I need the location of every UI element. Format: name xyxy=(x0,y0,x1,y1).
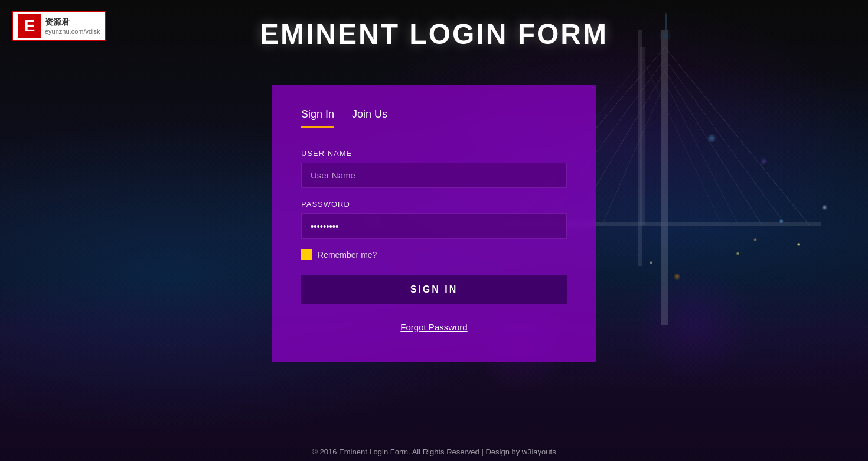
signin-button[interactable]: SIGN IN xyxy=(301,275,567,304)
tab-signin[interactable]: Sign In xyxy=(301,108,334,128)
page-title: EMINENT LOGIN FORM xyxy=(260,18,608,50)
tab-bar: Sign In Join Us xyxy=(301,108,567,128)
tab-joinus[interactable]: Join Us xyxy=(352,108,387,128)
logo-letter: E xyxy=(18,14,41,38)
logo-url: eyunzhu.com/vdisk xyxy=(45,28,100,35)
username-input[interactable] xyxy=(301,163,567,188)
login-card: Sign In Join Us USER NAME PASSWORD Remem… xyxy=(272,85,596,362)
remember-checkbox[interactable] xyxy=(301,249,312,260)
logo-chinese: 资源君 xyxy=(45,17,70,28)
remember-row: Remember me? xyxy=(301,249,567,260)
username-label: USER NAME xyxy=(301,149,567,158)
password-input[interactable] xyxy=(301,213,567,239)
footer: © 2016 Eminent Login Form. All Rights Re… xyxy=(312,447,556,456)
forgot-password-link[interactable]: Forgot Password xyxy=(301,322,567,332)
password-label: PASSWORD xyxy=(301,200,567,209)
remember-label: Remember me? xyxy=(318,250,377,259)
logo-text: 资源君 eyunzhu.com/vdisk xyxy=(45,17,100,35)
logo: E 资源君 eyunzhu.com/vdisk xyxy=(12,11,106,41)
